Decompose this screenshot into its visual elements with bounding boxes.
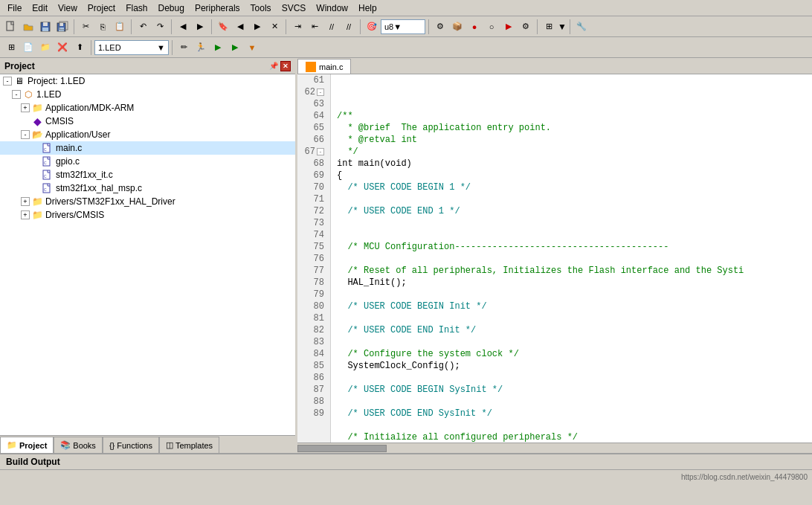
menu-help[interactable]: Help [354,1,381,15]
code-line[interactable] [337,312,806,324]
editor-hscrollbar[interactable] [297,443,812,453]
open-file-button[interactable] [20,19,36,35]
flash-download-btn[interactable]: ▼ [244,39,260,56]
tree-1led[interactable]: - ⬡ 1.LED [0,88,295,101]
tree-toggle-mdk[interactable]: + [21,103,30,112]
tree-toggle-dcmsis[interactable]: + [21,210,30,219]
tree-toggle-hal[interactable]: + [21,197,30,206]
code-line[interactable]: SystemClock_Config(); [337,360,806,372]
menu-svcs[interactable]: SVCS [277,1,311,15]
manage-components-button[interactable]: ⚙ [432,19,448,35]
code-line[interactable]: /* Configure the system clock */ [337,348,806,360]
tree-gpio-c[interactable]: C gpio.c [0,155,295,168]
tab-books[interactable]: 📚 Books [54,437,103,453]
paste-button[interactable]: 📋 [112,19,128,35]
redo-button[interactable]: ↷ [152,19,168,35]
code-line[interactable]: /* USER CODE END SysInit */ [337,408,806,419]
code-editor[interactable]: /** * @brief The application entry point… [331,74,812,443]
bookmark-button[interactable]: 🔖 [215,19,231,35]
tree-root[interactable]: - 🖥 Project: 1.LED [0,74,295,88]
prev-bookmark-button[interactable]: ◀ [232,19,248,35]
menu-edit[interactable]: Edit [28,1,52,15]
close-project-btn[interactable]: ❌ [54,39,71,56]
code-line[interactable]: /* MCU Configuration--------------------… [337,241,806,253]
tab-project[interactable]: 📁 Project [0,437,54,453]
panel-close-button[interactable]: ✕ [280,61,291,71]
menu-view[interactable]: View [54,1,82,15]
tools-button[interactable]: 🔧 [573,19,590,35]
view-button[interactable]: ⊞ [541,19,557,35]
tree-stm32-it[interactable]: C stm32f1xx_it.c [0,168,295,181]
code-line[interactable] [337,217,806,229]
target-dropdown[interactable]: u8▼ [381,19,425,34]
code-line[interactable]: /* USER CODE BEGIN SysInit */ [337,384,806,396]
run-button[interactable]: ▶ [500,19,517,35]
code-line[interactable] [337,98,806,110]
menu-window[interactable]: Window [312,1,352,15]
code-line[interactable] [337,253,806,265]
comment-button[interactable]: // [323,19,340,35]
tree-app-user[interactable]: - 📂 Application/User [0,128,295,141]
tree-drivers-cmsis[interactable]: + 📁 Drivers/CMSIS [0,208,295,222]
panel-pin-button[interactable]: 📌 [268,61,279,71]
nav-forward-button[interactable]: ▶ [192,19,208,35]
manage-run-btn[interactable]: 🏃 [193,39,209,56]
settings-button[interactable]: ⚙ [518,19,534,35]
code-line[interactable]: HAL_Init(); [337,277,806,289]
menu-file[interactable]: File [3,1,26,15]
rte-button[interactable]: 📦 [449,19,465,35]
code-line[interactable] [337,229,806,241]
new-file-button[interactable] [3,19,19,35]
code-line[interactable]: /* USER CODE BEGIN Init */ [337,300,806,312]
edit-target-btn[interactable]: ✏ [175,39,192,56]
open-project-btn[interactable]: 📁 [37,39,54,56]
export-btn[interactable]: ⬆ [71,39,88,56]
stop-button[interactable]: ○ [483,19,500,35]
code-container[interactable]: 6162-6364656667-686970717273747576777879… [297,74,812,443]
code-line[interactable]: /* USER CODE END 1 */ [337,205,806,217]
tree-stm32-msp[interactable]: C stm32f1xx_hal_msp.c [0,181,295,195]
save-file-button[interactable] [37,19,54,35]
tree-toggle-user[interactable]: - [21,130,30,139]
file-dropdown[interactable]: 1.LED▼ [94,40,169,55]
stop-run-btn[interactable]: ▶ [210,39,226,56]
tree-hal-driver[interactable]: + 📁 Drivers/STM32F1xx_HAL_Driver [0,195,295,208]
tree-toggle-root[interactable]: - [3,77,12,86]
unindent-button[interactable]: ⇤ [306,19,323,35]
uncomment-button[interactable]: // [341,19,357,35]
next-bookmark-button[interactable]: ▶ [249,19,265,35]
menu-flash[interactable]: Flash [121,1,152,15]
code-line[interactable]: * @brief The application entry point. [337,122,806,134]
tree-mdk-arm[interactable]: + 📁 Application/MDK-ARM [0,101,295,115]
editor-tab-main-c[interactable]: main.c [297,59,351,74]
code-line[interactable] [337,372,806,384]
code-line[interactable] [337,419,806,431]
code-line[interactable]: int main(void) [337,158,806,170]
clear-bookmarks-button[interactable]: ✕ [266,19,283,35]
code-line[interactable]: /** [337,110,806,122]
copy-button[interactable]: ⎘ [94,19,111,35]
menu-peripherals[interactable]: Peripherals [190,1,245,15]
save-all-button[interactable] [54,19,71,35]
code-line[interactable]: /* Reset of all peripherals, Initializes… [337,265,806,277]
menu-tools[interactable]: Tools [246,1,276,15]
tree-toggle-1led[interactable]: - [12,90,21,99]
tab-templates[interactable]: ◫ Templates [159,437,219,453]
undo-button[interactable]: ↶ [135,19,151,35]
debug-button[interactable]: ● [466,19,483,35]
code-line[interactable] [337,396,806,408]
code-line[interactable]: */ [337,146,806,158]
nav-back-button[interactable]: ◀ [175,19,191,35]
tree-cmsis[interactable]: ◆ CMSIS [0,115,295,128]
fold-marker[interactable]: - [317,89,324,96]
code-line[interactable] [337,289,806,300]
tree-main-c[interactable]: C main.c [0,141,295,155]
fold-marker[interactable]: - [317,148,324,155]
code-line[interactable] [337,336,806,348]
code-line[interactable]: /* USER CODE END Init */ [337,324,806,336]
code-line[interactable] [337,193,806,205]
code-line[interactable]: /* USER CODE BEGIN 1 */ [337,181,806,193]
tab-functions[interactable]: {} Functions [103,437,159,453]
menu-debug[interactable]: Debug [154,1,189,15]
code-line[interactable]: /* Initialize all configured peripherals… [337,431,806,443]
